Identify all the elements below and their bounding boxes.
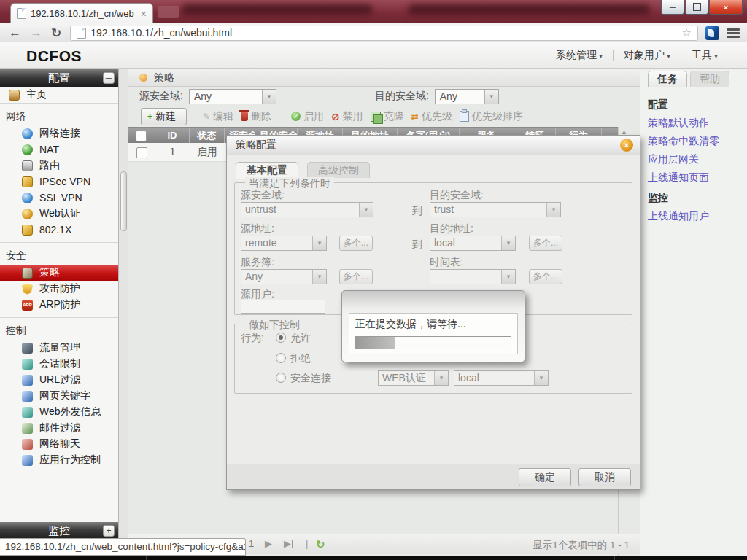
edit-button[interactable]: ✎编辑 [203,110,233,123]
menu-system-admin[interactable]: 系统管理▾ [556,49,603,62]
auth-type-select[interactable]: WEB认证▾ [378,370,449,386]
collapse-icon[interactable]: ─ [103,72,115,84]
sidebar-item-app-behavior[interactable]: 应用行为控制 [0,452,118,468]
bookmark-star-icon[interactable]: ☆ [682,26,692,39]
row-checkbox[interactable] [136,147,147,158]
task-section-monitor: 监控 [648,192,743,205]
address-bar[interactable]: 192.168.10.1/zh_cn/webui.html ☆ [70,26,698,41]
link-online-notify-page[interactable]: 上线通知页面 [648,171,743,184]
select-all-cell[interactable] [128,128,155,144]
blurred-window-title [409,4,649,15]
page-number[interactable]: 1 [249,538,254,549]
radio-deny[interactable] [276,353,286,363]
divider [613,50,614,61]
tab-close-icon[interactable]: × [141,8,147,20]
deny-label: 拒绝 [290,352,311,365]
tab-basic-config[interactable]: 基本配置 [236,162,298,179]
minimize-button[interactable]: ─ [661,0,684,15]
refresh-icon[interactable]: ↻ [316,538,325,551]
tab-task[interactable]: 任务 [648,71,687,87]
extension-icon[interactable] [705,26,719,40]
ok-button[interactable]: 确定 [519,468,571,486]
sidebar-item-route[interactable]: 路由 [0,158,118,174]
sidebar-monitor-header[interactable]: 监控 + [0,522,118,540]
clone-button[interactable]: 克隆 [371,110,404,123]
reload-button[interactable]: ↻ [51,26,61,41]
chevron-down-icon: ▾ [534,371,548,385]
dst-zone-filter-label: 目的安全域: [375,90,429,103]
service-select[interactable]: Any▾ [241,269,327,284]
back-button[interactable]: ← [9,26,21,40]
next-page-button[interactable]: ▶ [265,538,272,549]
radio-allow[interactable] [276,332,286,343]
link-policy-hit-reset[interactable]: 策略命中数清零 [648,135,743,148]
forward-button[interactable]: → [30,26,42,40]
new-button[interactable]: +新建 [141,108,187,125]
col-id[interactable]: ID [155,128,190,144]
src-addr-select[interactable]: remote▾ [241,236,327,251]
splitter-handle[interactable] [120,171,127,231]
menu-object-user[interactable]: 对象用户▾ [624,49,670,62]
chevron-down-icon: ▾ [484,90,498,104]
sidebar-item-network-connection[interactable]: 网络连接 [0,125,118,141]
sidebar-item-home[interactable]: 主页 [0,87,118,104]
priority-sort-button[interactable]: 优先级排序 [460,110,523,123]
sidebar-item-policy[interactable]: 策略 [0,265,118,281]
sidebar-item-arp-defense[interactable]: ARPARP防护 [0,297,118,313]
sidebar-item-802-1x[interactable]: 802.1X [0,222,118,238]
tab-help[interactable]: 帮助 [690,71,729,87]
url-text[interactable]: 192.168.10.1/zh_cn/webui.html [90,27,232,39]
tab-advanced-control[interactable]: 高级控制 [307,162,370,178]
service-multiple-button[interactable]: 多个... [339,269,373,284]
checkbox[interactable] [136,131,147,141]
priority-button[interactable]: ⇄优先级 [411,110,452,123]
sidebar-item-ipsec-vpn[interactable]: IPSec VPN [0,174,118,190]
task-panel: 任务 帮助 配置 策略默认动作 策略命中数清零 应用层网关 上线通知页面 监控 … [640,69,747,556]
dst-addr-multiple-button[interactable]: 多个... [529,236,562,251]
dialog-close-icon[interactable]: × [620,139,633,152]
last-page-button[interactable]: ▶ [284,538,293,549]
maximize-button[interactable] [685,0,708,15]
new-tab-button[interactable] [158,6,179,18]
enable-button[interactable]: ✓启用 [291,110,324,123]
delete-button[interactable]: 删除 [241,110,271,123]
dst-addr-select[interactable]: local▾ [430,236,516,251]
link-alg[interactable]: 应用层网关 [648,153,743,166]
sidebar-item-ssl-vpn[interactable]: SSL VPN [0,190,118,206]
filter-row: 源安全域: Any ▾ 目的安全域: Any ▾ [128,86,640,106]
src-zone-select[interactable]: untrust▾ [241,202,374,217]
sidebar-item-mail-filter[interactable]: 邮件过滤 [0,420,118,436]
src-user-input[interactable] [241,300,325,314]
col-status[interactable]: 状态 [190,128,225,144]
browser-menu-icon[interactable] [727,28,740,38]
link-policy-default-action[interactable]: 策略默认动作 [648,117,743,130]
sidebar-item-web-auth[interactable]: Web认证 [0,206,118,222]
menu-tools[interactable]: 工具▾ [692,49,718,62]
sidebar-item-network-chat[interactable]: 网络聊天 [0,436,118,452]
sidebar-config-header[interactable]: 配置 ─ [0,69,118,87]
radio-secure-connection[interactable] [276,373,286,383]
sidebar-item-web-outgoing[interactable]: Web外发信息 [0,404,118,420]
disable-button[interactable]: ⊘禁用 [331,110,363,123]
link-online-notify-user[interactable]: 上线通知用户 [648,210,743,223]
schedule-multiple-button[interactable]: 多个... [529,269,562,284]
schedule-select[interactable]: ▾ [430,269,516,284]
dst-zone-filter-select[interactable]: Any ▾ [435,89,499,104]
web-outgoing-icon [22,407,33,418]
sidebar-item-traffic-mgmt[interactable]: 流量管理 [0,340,118,356]
auth-db-select[interactable]: local▾ [454,370,549,386]
src-zone-filter-select[interactable]: Any ▾ [189,89,276,104]
dialog-title-bar[interactable]: 策略配置 [227,136,640,155]
expand-icon[interactable]: + [103,525,115,537]
dst-zone-select[interactable]: trust▾ [430,202,561,217]
cancel-button[interactable]: 取消 [578,468,631,486]
browser-tab[interactable]: 192.168.10.1/zh_cn/web × [10,3,153,23]
taskbar-edge [0,556,747,560]
close-window-button[interactable]: × [709,0,743,15]
src-addr-multiple-button[interactable]: 多个... [339,236,373,251]
sidebar-item-attack-defense[interactable]: 攻击防护 [0,281,118,297]
sidebar-item-session-limit[interactable]: 会话限制 [0,356,118,372]
sidebar-item-nat[interactable]: NAT [0,141,118,158]
sidebar-item-url-filter[interactable]: URL过滤 [0,372,118,388]
sidebar-item-web-keyword[interactable]: 网页关键字 [0,388,118,404]
